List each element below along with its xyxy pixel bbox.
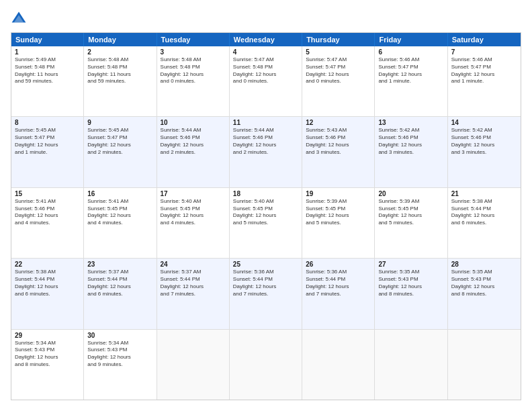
day-number: 8: [15, 119, 80, 126]
day-number: 20: [378, 190, 443, 197]
calendar-cell: 7Sunrise: 5:46 AMSunset: 5:47 PMDaylight…: [448, 46, 521, 116]
cell-info: Sunrise: 5:41 AMSunset: 5:46 PMDaylight:…: [15, 198, 80, 227]
cell-info: Sunrise: 5:37 AMSunset: 5:44 PMDaylight:…: [87, 269, 152, 298]
calendar-row-0: 1Sunrise: 5:49 AMSunset: 5:48 PMDaylight…: [11, 46, 521, 116]
calendar-cell: 27Sunrise: 5:35 AMSunset: 5:43 PMDayligh…: [375, 259, 447, 328]
calendar-cell: 20Sunrise: 5:39 AMSunset: 5:45 PMDayligh…: [375, 188, 447, 258]
calendar: SundayMondayTuesdayWednesdayThursdayFrid…: [11, 32, 521, 400]
header-day-saturday: Saturday: [448, 33, 521, 46]
cell-info: Sunrise: 5:42 AMSunset: 5:46 PMDaylight:…: [378, 127, 443, 156]
day-number: 1: [15, 48, 80, 56]
day-number: 5: [306, 48, 371, 56]
cell-info: Sunrise: 5:44 AMSunset: 5:46 PMDaylight:…: [161, 127, 226, 156]
day-number: 30: [87, 332, 152, 339]
cell-info: Sunrise: 5:39 AMSunset: 5:45 PMDaylight:…: [378, 198, 443, 227]
logo: [11, 11, 30, 27]
cell-info: Sunrise: 5:41 AMSunset: 5:45 PMDaylight:…: [87, 198, 152, 227]
calendar-cell: 12Sunrise: 5:43 AMSunset: 5:46 PMDayligh…: [302, 117, 375, 187]
calendar-cell: 1Sunrise: 5:49 AMSunset: 5:48 PMDaylight…: [11, 46, 84, 116]
day-number: 16: [87, 190, 152, 197]
calendar-cell: 3Sunrise: 5:48 AMSunset: 5:48 PMDaylight…: [157, 46, 230, 116]
logo-icon: [11, 11, 27, 27]
day-number: 9: [87, 119, 152, 126]
header-day-thursday: Thursday: [302, 33, 375, 46]
day-number: 14: [451, 119, 517, 126]
day-number: 25: [233, 261, 298, 268]
calendar-cell: 4Sunrise: 5:47 AMSunset: 5:48 PMDaylight…: [230, 46, 302, 116]
day-number: 10: [161, 119, 226, 126]
calendar-cell: 5Sunrise: 5:47 AMSunset: 5:47 PMDaylight…: [302, 46, 375, 116]
cell-info: Sunrise: 5:39 AMSunset: 5:45 PMDaylight:…: [306, 198, 371, 227]
cell-info: Sunrise: 5:36 AMSunset: 5:44 PMDaylight:…: [306, 269, 371, 298]
day-number: 17: [161, 190, 226, 197]
day-number: 4: [233, 48, 298, 56]
cell-info: Sunrise: 5:47 AMSunset: 5:47 PMDaylight:…: [306, 56, 371, 85]
calendar-cell: [302, 330, 375, 400]
day-number: 19: [306, 190, 371, 197]
day-number: 23: [87, 261, 152, 268]
calendar-cell: [230, 330, 302, 400]
calendar-cell: 21Sunrise: 5:38 AMSunset: 5:44 PMDayligh…: [448, 188, 521, 258]
day-number: 6: [378, 48, 443, 56]
cell-info: Sunrise: 5:45 AMSunset: 5:47 PMDaylight:…: [15, 127, 80, 156]
cell-info: Sunrise: 5:49 AMSunset: 5:48 PMDaylight:…: [15, 56, 80, 85]
day-number: 27: [378, 261, 443, 268]
calendar-cell: 24Sunrise: 5:37 AMSunset: 5:44 PMDayligh…: [157, 259, 230, 328]
day-number: 3: [161, 48, 226, 56]
calendar-cell: 11Sunrise: 5:44 AMSunset: 5:46 PMDayligh…: [230, 117, 302, 187]
calendar-cell: 19Sunrise: 5:39 AMSunset: 5:45 PMDayligh…: [302, 188, 375, 258]
day-number: 18: [233, 190, 298, 197]
calendar-cell: 16Sunrise: 5:41 AMSunset: 5:45 PMDayligh…: [84, 188, 157, 258]
day-number: 15: [15, 190, 80, 197]
page: SundayMondayTuesdayWednesdayThursdayFrid…: [0, 0, 532, 411]
day-number: 22: [15, 261, 80, 268]
calendar-cell: 30Sunrise: 5:34 AMSunset: 5:43 PMDayligh…: [84, 330, 157, 400]
cell-info: Sunrise: 5:40 AMSunset: 5:45 PMDaylight:…: [233, 198, 298, 227]
cell-info: Sunrise: 5:48 AMSunset: 5:48 PMDaylight:…: [87, 56, 152, 85]
cell-info: Sunrise: 5:38 AMSunset: 5:44 PMDaylight:…: [451, 198, 517, 227]
day-number: 26: [306, 261, 371, 268]
calendar-cell: 28Sunrise: 5:35 AMSunset: 5:43 PMDayligh…: [448, 259, 521, 328]
day-number: 12: [306, 119, 371, 126]
header-day-tuesday: Tuesday: [157, 33, 230, 46]
header: [11, 11, 521, 27]
header-day-monday: Monday: [84, 33, 157, 46]
cell-info: Sunrise: 5:45 AMSunset: 5:47 PMDaylight:…: [87, 127, 152, 156]
calendar-cell: 14Sunrise: 5:42 AMSunset: 5:46 PMDayligh…: [448, 117, 521, 187]
cell-info: Sunrise: 5:42 AMSunset: 5:46 PMDaylight:…: [451, 127, 517, 156]
cell-info: Sunrise: 5:38 AMSunset: 5:44 PMDaylight:…: [15, 269, 80, 298]
cell-info: Sunrise: 5:34 AMSunset: 5:43 PMDaylight:…: [87, 340, 152, 369]
calendar-cell: 25Sunrise: 5:36 AMSunset: 5:44 PMDayligh…: [230, 259, 302, 328]
header-day-sunday: Sunday: [11, 33, 84, 46]
calendar-cell: 6Sunrise: 5:46 AMSunset: 5:47 PMDaylight…: [375, 46, 447, 116]
header-day-friday: Friday: [375, 33, 447, 46]
calendar-cell: 8Sunrise: 5:45 AMSunset: 5:47 PMDaylight…: [11, 117, 84, 187]
cell-info: Sunrise: 5:44 AMSunset: 5:46 PMDaylight:…: [233, 127, 298, 156]
day-number: 29: [15, 332, 80, 339]
day-number: 11: [233, 119, 298, 126]
day-number: 13: [378, 119, 443, 126]
calendar-cell: 15Sunrise: 5:41 AMSunset: 5:46 PMDayligh…: [11, 188, 84, 258]
calendar-cell: 29Sunrise: 5:34 AMSunset: 5:43 PMDayligh…: [11, 330, 84, 400]
calendar-cell: 18Sunrise: 5:40 AMSunset: 5:45 PMDayligh…: [230, 188, 302, 258]
calendar-cell: 22Sunrise: 5:38 AMSunset: 5:44 PMDayligh…: [11, 259, 84, 328]
cell-info: Sunrise: 5:34 AMSunset: 5:43 PMDaylight:…: [15, 340, 80, 369]
cell-info: Sunrise: 5:46 AMSunset: 5:47 PMDaylight:…: [378, 56, 443, 85]
calendar-header: SundayMondayTuesdayWednesdayThursdayFrid…: [11, 33, 521, 46]
cell-info: Sunrise: 5:48 AMSunset: 5:48 PMDaylight:…: [161, 56, 226, 85]
calendar-cell: 17Sunrise: 5:40 AMSunset: 5:45 PMDayligh…: [157, 188, 230, 258]
cell-info: Sunrise: 5:37 AMSunset: 5:44 PMDaylight:…: [161, 269, 226, 298]
cell-info: Sunrise: 5:36 AMSunset: 5:44 PMDaylight:…: [233, 269, 298, 298]
calendar-cell: [375, 330, 447, 400]
calendar-row-2: 15Sunrise: 5:41 AMSunset: 5:46 PMDayligh…: [11, 187, 521, 258]
calendar-body: 1Sunrise: 5:49 AMSunset: 5:48 PMDaylight…: [11, 46, 521, 400]
cell-info: Sunrise: 5:47 AMSunset: 5:48 PMDaylight:…: [233, 56, 298, 85]
calendar-row-1: 8Sunrise: 5:45 AMSunset: 5:47 PMDaylight…: [11, 116, 521, 187]
calendar-cell: [157, 330, 230, 400]
calendar-cell: 23Sunrise: 5:37 AMSunset: 5:44 PMDayligh…: [84, 259, 157, 328]
cell-info: Sunrise: 5:35 AMSunset: 5:43 PMDaylight:…: [378, 269, 443, 298]
header-day-wednesday: Wednesday: [230, 33, 302, 46]
calendar-cell: 13Sunrise: 5:42 AMSunset: 5:46 PMDayligh…: [375, 117, 447, 187]
cell-info: Sunrise: 5:43 AMSunset: 5:46 PMDaylight:…: [306, 127, 371, 156]
calendar-cell: 9Sunrise: 5:45 AMSunset: 5:47 PMDaylight…: [84, 117, 157, 187]
